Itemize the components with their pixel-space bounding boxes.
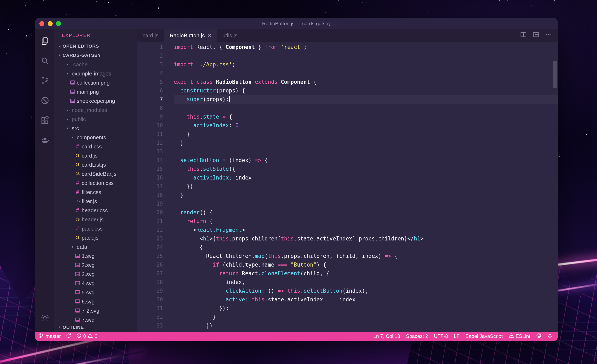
cursor-position[interactable]: Ln 7, Col 18 bbox=[373, 333, 400, 339]
tree-item-1.svg[interactable]: 1.svg bbox=[54, 251, 137, 260]
code-editor[interactable]: 1234567891011121314151617181920212223242… bbox=[137, 42, 558, 332]
activity-debug[interactable] bbox=[35, 91, 54, 111]
tree-item-node_modules[interactable]: ▸node_modules bbox=[54, 105, 137, 114]
code-line[interactable]: this.setState({ bbox=[174, 165, 558, 173]
activity-extensions[interactable] bbox=[35, 111, 54, 131]
code-line[interactable]: <h1>{this.props.children[this.state.acti… bbox=[174, 234, 558, 243]
close-tab-icon[interactable]: × bbox=[208, 32, 212, 39]
title-bar[interactable]: RadioButton.js — cards-gatsby bbox=[35, 18, 558, 29]
code-line[interactable]: this.state = { bbox=[174, 112, 558, 121]
feedback-smiley[interactable] bbox=[536, 333, 542, 340]
tree-item-4.svg[interactable]: 4.svg bbox=[54, 279, 137, 288]
code-line[interactable]: } bbox=[174, 313, 558, 321]
tree-item-7-2.svg[interactable]: 7-2.svg bbox=[54, 306, 137, 315]
code-line[interactable]: activeIndex: 0 bbox=[174, 121, 558, 130]
tree-item-header.css[interactable]: #header.css bbox=[54, 206, 137, 215]
code-line[interactable] bbox=[174, 199, 558, 208]
tree-item-collection.png[interactable]: collection.png bbox=[54, 78, 137, 87]
tree-item-data[interactable]: ▾data bbox=[54, 242, 137, 251]
tree-item-2.svg[interactable]: 2.svg bbox=[54, 260, 137, 269]
code-line[interactable] bbox=[174, 104, 558, 112]
notifications-bell[interactable] bbox=[547, 333, 553, 340]
code-line[interactable]: <React.Fragment> bbox=[174, 226, 558, 234]
branch-indicator[interactable]: master bbox=[39, 333, 61, 340]
tree-item-card.js[interactable]: JScard.js bbox=[54, 151, 137, 160]
code-line[interactable]: super(props); bbox=[174, 95, 558, 104]
tree-item-header.js[interactable]: JSheader.js bbox=[54, 215, 137, 224]
code-line[interactable]: render() { bbox=[174, 208, 558, 217]
tab-utils.js[interactable]: utils.js bbox=[217, 29, 243, 42]
problems-indicator[interactable]: 0 0 bbox=[76, 333, 97, 340]
activity-source-control[interactable] bbox=[35, 71, 54, 91]
tree-item-components[interactable]: ▾components bbox=[54, 133, 137, 142]
code-line[interactable] bbox=[174, 51, 558, 60]
tree-item-filter.js[interactable]: JSfilter.js bbox=[54, 197, 137, 206]
more-actions-icon[interactable] bbox=[545, 32, 551, 40]
code-line[interactable]: { bbox=[174, 243, 558, 252]
tree-item-main.png[interactable]: main.png bbox=[54, 87, 137, 96]
minimize-window-button[interactable] bbox=[48, 21, 53, 26]
code-line[interactable]: return ( bbox=[174, 217, 558, 226]
editor-layout-icon[interactable] bbox=[533, 32, 539, 40]
activity-docker[interactable] bbox=[35, 131, 54, 151]
tab-RadioButton.js[interactable]: RadioButton.js× bbox=[164, 29, 217, 42]
activity-settings[interactable] bbox=[35, 309, 54, 328]
tree-item-7.svg[interactable]: 7.svg bbox=[54, 315, 137, 322]
code-line[interactable]: } bbox=[174, 130, 558, 138]
code-line[interactable]: import './App.css'; bbox=[174, 60, 558, 69]
code-line[interactable]: return React.cloneElement(child, { bbox=[174, 269, 558, 278]
outline-section[interactable]: ▸ OUTLINE bbox=[54, 322, 137, 332]
code-line[interactable]: active: this.state.activeIndex === index bbox=[174, 295, 558, 304]
code-line[interactable]: } bbox=[174, 138, 558, 147]
tree-item-cardSideBar.js[interactable]: JScardSideBar.js bbox=[54, 169, 137, 178]
open-editors-section[interactable]: ▸ OPEN EDITORS bbox=[54, 41, 137, 51]
language-mode[interactable]: Babel JavaScript bbox=[465, 333, 503, 339]
tree-item-6.svg[interactable]: 6.svg bbox=[54, 297, 137, 306]
tree-item-5.svg[interactable]: 5.svg bbox=[54, 288, 137, 297]
code-line[interactable]: }) bbox=[174, 182, 558, 191]
tree-item-label: public bbox=[72, 116, 86, 122]
zoom-window-button[interactable] bbox=[56, 21, 61, 26]
close-window-button[interactable] bbox=[39, 21, 44, 26]
tree-item-3.svg[interactable]: 3.svg bbox=[54, 269, 137, 279]
code-line[interactable]: constructor(props) { bbox=[174, 86, 558, 95]
eslint-status[interactable]: ESLint bbox=[509, 333, 530, 340]
tree-item-pack.css[interactable]: #pack.css bbox=[54, 224, 137, 233]
code-line[interactable]: activeIndex: index bbox=[174, 173, 558, 182]
code-line[interactable]: }); bbox=[174, 304, 558, 313]
tree-item-.cache[interactable]: ▸.cache bbox=[54, 60, 137, 69]
tree-item-src[interactable]: ▾src bbox=[54, 124, 137, 133]
encoding-setting[interactable]: UTF-8 bbox=[434, 333, 448, 339]
code-line[interactable] bbox=[174, 147, 558, 156]
line-number: 11 bbox=[137, 130, 163, 138]
js-file-icon: JS bbox=[75, 172, 80, 176]
code-line[interactable]: React.Children.map(this.props.children, … bbox=[174, 252, 558, 260]
code-line[interactable] bbox=[174, 69, 558, 78]
tree-item-public[interactable]: ▸public bbox=[54, 114, 137, 124]
code-line[interactable]: if (child.type.name === "Button") { bbox=[174, 260, 558, 269]
tree-item-cardList.js[interactable]: JScardList.js bbox=[54, 160, 137, 169]
code-line[interactable]: clickAction: () => this.selectButton(ind… bbox=[174, 286, 558, 295]
project-section[interactable]: ▾ CARDS-GATSBY bbox=[54, 51, 137, 60]
tab-card.js[interactable]: card.js bbox=[137, 29, 164, 42]
tree-item-shopkeeper.png[interactable]: shopkeeper.png bbox=[54, 96, 137, 105]
eol-setting[interactable]: LF bbox=[454, 333, 460, 339]
tree-item-example-images[interactable]: ▾example-images bbox=[54, 69, 137, 78]
activity-explorer[interactable] bbox=[35, 32, 54, 51]
sync-button[interactable] bbox=[66, 333, 71, 340]
split-editor-icon[interactable] bbox=[520, 32, 526, 40]
code-line[interactable]: index, bbox=[174, 278, 558, 286]
code-line[interactable]: import React, { Component } from 'react'… bbox=[174, 43, 558, 51]
scrollbar-thumb[interactable] bbox=[553, 61, 557, 88]
tree-item-pack.js[interactable]: JSpack.js bbox=[54, 233, 137, 242]
tree-item-label: cardSideBar.js bbox=[82, 171, 117, 177]
code-line[interactable]: }) bbox=[174, 321, 558, 330]
tree-item-filter.css[interactable]: #filter.css bbox=[54, 187, 137, 197]
indentation-setting[interactable]: Spaces: 2 bbox=[406, 333, 428, 339]
code-line[interactable]: selectButton = (index) => { bbox=[174, 156, 558, 165]
tree-item-card.css[interactable]: #card.css bbox=[54, 142, 137, 151]
code-line[interactable]: } bbox=[174, 191, 558, 199]
tree-item-collection.css[interactable]: #collection.css bbox=[54, 178, 137, 187]
activity-search[interactable] bbox=[35, 51, 54, 71]
code-line[interactable]: export class RadioButton extends Compone… bbox=[174, 78, 558, 86]
